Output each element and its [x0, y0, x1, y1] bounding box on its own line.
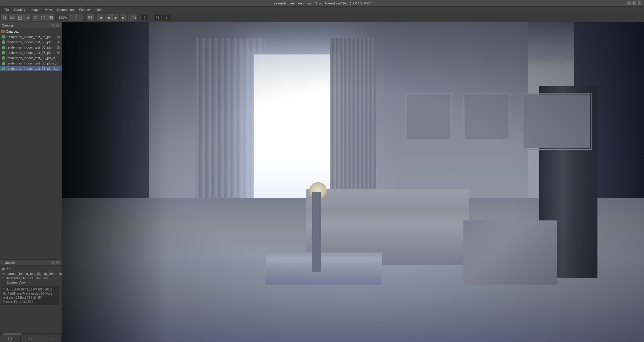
catalog-item-label-1: renderman_indoor_test_03_plp [6, 40, 55, 44]
toolbar: 100% − + |◀ ◀ ▶ ▶| / [0, 13, 644, 22]
catalog-item-icon-6 [2, 67, 5, 70]
left-panel: Catalog − × Catalog1 renderman_indoor_te… [0, 22, 62, 342]
toolbar-new-button[interactable] [1, 14, 8, 21]
toolbar-wipe-button[interactable] [47, 14, 54, 21]
svg-rect-3 [19, 18, 21, 19]
inspector-section: Inspector − × e7 renderman_indoor_test_0… [0, 260, 62, 342]
catalog-item-label-2: renderman_indoor_test_03_plp [6, 46, 55, 49]
inspector-custom-view-label: Custom View [6, 281, 26, 284]
title-bar: e7 renderman_indoor_test_03_plp_filtered… [0, 0, 644, 6]
inspector-node-name: e7 [6, 267, 10, 271]
maximize-button[interactable]: □ [632, 1, 636, 5]
close-button[interactable]: × [638, 1, 642, 5]
menu-window[interactable]: Window [77, 7, 93, 12]
toolbar-save-button[interactable] [16, 14, 24, 21]
menu-help[interactable]: Help [93, 7, 105, 12]
window-light [254, 54, 341, 208]
catalog-item-label-0: renderman_indoor_test_03_plp [6, 35, 55, 39]
catalog-item-2[interactable]: renderman_indoor_test_03_plp 6h [0, 45, 62, 50]
catalog-title: Catalog [2, 24, 13, 27]
menu-file[interactable]: File [1, 7, 11, 12]
svg-point-11 [29, 338, 32, 340]
playback-start-button[interactable]: |◀ [97, 14, 104, 21]
svg-rect-9 [132, 17, 136, 19]
inspector-minimize-button[interactable]: − [51, 260, 55, 265]
inspector-tab-1[interactable] [21, 335, 41, 342]
inspector-metadata: *(Mon Jul 20 16:43:36 PM BST 2015) PxrPa… [2, 286, 60, 306]
catalog-item-4[interactable]: renderman_indoor_test_03_plp_filter... [0, 55, 62, 61]
inspector-close-button[interactable]: × [56, 260, 60, 265]
inspector-custom-view-checkbox[interactable] [2, 281, 5, 284]
menu-image[interactable]: Image [28, 7, 42, 12]
fps-input[interactable] [162, 15, 170, 20]
catalog-header-buttons: − × [51, 23, 60, 27]
inspector-node-row: e7 [2, 267, 60, 271]
playback-play-button[interactable]: ▶ [112, 14, 119, 21]
catalog-group-icon [1, 30, 5, 33]
wall-frame-1 [405, 93, 452, 141]
svg-rect-2 [19, 16, 21, 17]
catalog-item-6[interactable]: renderman_indoor_test_03_plp_filter... [0, 66, 62, 71]
render-scene [62, 22, 644, 342]
inspector-tab-0[interactable] [0, 335, 21, 342]
catalog-item-icon-2 [2, 46, 5, 49]
catalog-item-time-1: 7h [57, 41, 60, 44]
svg-rect-0 [3, 16, 6, 19]
catalog-item-icon-3 [2, 51, 5, 54]
catalog-item-0[interactable]: renderman_indoor_test_03_plp 1d [0, 34, 62, 39]
inspector-tab-2[interactable] [41, 335, 62, 342]
main-content: Catalog − × Catalog1 renderman_indoor_te… [0, 22, 644, 342]
toolbar-compare-button[interactable] [39, 14, 47, 21]
menu-catalog[interactable]: Catalog [12, 7, 28, 12]
playback-loop-button[interactable] [130, 14, 137, 21]
catalog-item-label-3: renderman_indoor_test_03_plp.exr [6, 51, 55, 54]
inspector-scrollbar-thumb[interactable] [3, 333, 22, 335]
frame-total-input[interactable] [153, 15, 161, 20]
catalog-item-label-4: renderman_indoor_test_03_plp_filter... [6, 56, 59, 60]
catalog-group-catalog1[interactable]: Catalog1 [0, 29, 62, 34]
menu-bar: File Catalog Image View Commands Window … [0, 6, 644, 13]
playback-prev-button[interactable]: ◀ [105, 14, 112, 21]
inspector-header: Inspector − × [0, 260, 62, 265]
toolbar-separator-1 [56, 15, 56, 21]
floor-lamp [312, 192, 321, 272]
menu-view[interactable]: View [42, 7, 54, 12]
inspector-tabs [0, 335, 62, 342]
toolbar-refresh-button[interactable] [32, 14, 39, 21]
inspector-custom-view-row: Custom View [2, 280, 60, 285]
catalog-item-3[interactable]: renderman_indoor_test_03_plp.exr 60 [0, 50, 62, 55]
svg-point-4 [27, 17, 29, 18]
frame-current-input[interactable] [141, 15, 149, 20]
catalog-group-label: Catalog1 [6, 30, 19, 33]
catalog-close-button[interactable]: × [56, 23, 60, 27]
inspector-meta-line-1: PxrPathTracer MaxSamples 16 Mode [3, 292, 58, 296]
catalog-item-icon-1 [2, 40, 5, 44]
fit-button[interactable] [87, 14, 94, 21]
wall-frame-3 [522, 93, 592, 150]
svg-rect-8 [89, 16, 92, 19]
toolbar-settings-button[interactable] [24, 14, 31, 21]
playback-end-button[interactable]: ▶| [120, 14, 127, 21]
catalog-item-1[interactable]: renderman_indoor_test_03_plp 7h [0, 39, 62, 45]
catalog-item-label-5: renderman_indoor_test_03_plp.exr [6, 62, 59, 65]
catalog-minimize-button[interactable]: − [51, 23, 55, 27]
coffee-table [266, 253, 382, 285]
inspector-meta-line-2: txdf Light 25 Bsdf 25 Indir 25* [3, 296, 58, 300]
inspector-meta-line-3: Render Time: 00:23:34 [3, 300, 58, 304]
catalog-item-time-2: 6h [57, 46, 60, 49]
menu-commands[interactable]: Commands [55, 7, 76, 12]
inspector-scrollbar[interactable] [0, 333, 62, 335]
minimize-button[interactable]: − [627, 1, 631, 5]
toolbar-separator-5 [139, 15, 139, 21]
catalog-item-5[interactable]: renderman_indoor_test_03_plp.exr [0, 61, 62, 66]
toolbar-separator-4 [128, 15, 129, 21]
toolbar-separator-3 [95, 15, 95, 21]
zoom-in-button[interactable]: + [76, 14, 83, 21]
zoom-out-button[interactable]: − [69, 14, 76, 21]
viewport[interactable] [62, 22, 644, 342]
catalog-header: Catalog − × [0, 22, 62, 28]
svg-rect-6 [49, 16, 51, 19]
toolbar-open-button[interactable] [9, 14, 16, 21]
zoom-label: 100% [57, 16, 68, 19]
catalog-item-icon-5 [2, 62, 5, 65]
